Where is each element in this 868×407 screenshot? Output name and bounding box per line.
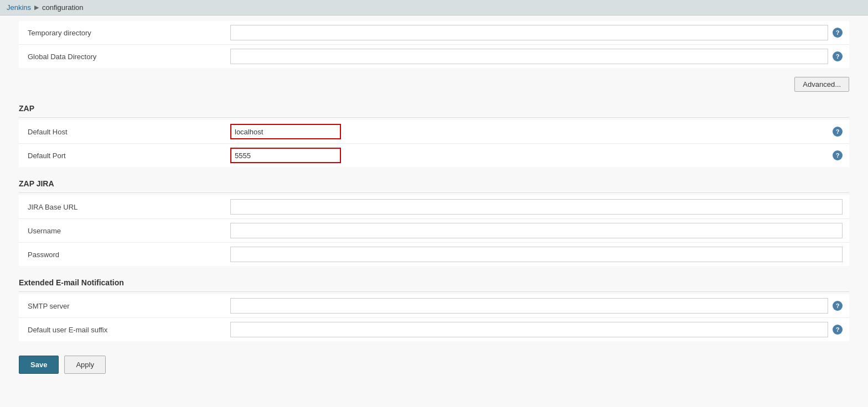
default-email-suffix-input-area: ?: [230, 322, 843, 337]
global-data-directory-help-icon[interactable]: ?: [833, 51, 843, 61]
username-input[interactable]: [230, 223, 843, 238]
zap-default-port-help-icon[interactable]: ?: [833, 150, 843, 160]
smtp-server-input[interactable]: [230, 298, 828, 314]
action-buttons: Save Apply: [19, 345, 849, 379]
password-input-area: [230, 247, 843, 262]
username-input-area: [230, 223, 843, 238]
configuration-label: configuration: [42, 3, 83, 12]
zap-default-host-input-area: ?: [230, 124, 843, 139]
zap-default-port-input[interactable]: [230, 148, 341, 163]
temporary-directory-input-area: ?: [230, 25, 843, 40]
zap-default-host-row: Default Host ?: [19, 120, 849, 144]
jira-base-url-row: JIRA Base URL: [19, 195, 849, 219]
global-data-directory-input[interactable]: [230, 49, 828, 64]
global-data-directory-input-area: ?: [230, 49, 843, 64]
zap-default-host-input[interactable]: [230, 124, 341, 139]
zap-jira-section-rows: JIRA Base URL Username Password: [19, 195, 849, 266]
save-button[interactable]: Save: [19, 356, 59, 374]
advanced-btn-row: Advanced...: [19, 71, 849, 95]
username-row: Username: [19, 219, 849, 243]
jira-base-url-input-area: [230, 199, 843, 215]
smtp-server-input-area: ?: [230, 298, 843, 314]
smtp-server-row: SMTP server ?: [19, 294, 849, 318]
zap-default-port-row: Default Port ?: [19, 144, 849, 167]
top-fields-group: Temporary directory ? Global Data Direct…: [19, 21, 849, 68]
temporary-directory-input[interactable]: [230, 25, 828, 40]
temporary-directory-help-icon[interactable]: ?: [833, 28, 843, 38]
zap-default-host-help-icon[interactable]: ?: [833, 127, 843, 137]
zap-default-port-label: Default Port: [25, 152, 230, 160]
password-input[interactable]: [230, 247, 843, 262]
topbar: Jenkins ▶ configuration: [0, 0, 868, 15]
default-email-suffix-help-icon[interactable]: ?: [833, 325, 843, 335]
default-email-suffix-label: Default user E-mail suffix: [25, 326, 230, 334]
password-label: Password: [25, 251, 230, 259]
username-label: Username: [25, 227, 230, 235]
breadcrumb-arrow: ▶: [34, 4, 39, 11]
temporary-directory-label: Temporary directory: [25, 29, 230, 37]
global-data-directory-label: Global Data Directory: [25, 53, 230, 61]
default-email-suffix-row: Default user E-mail suffix ?: [19, 318, 849, 341]
zap-section: ZAP Default Host ? Default Port ?: [19, 95, 849, 167]
password-row: Password: [19, 243, 849, 266]
zap-section-rows: Default Host ? Default Port ?: [19, 120, 849, 167]
extended-email-section-header: Extended E-mail Notification: [19, 269, 849, 292]
zap-section-header: ZAP: [19, 95, 849, 118]
extended-email-section-rows: SMTP server ? Default user E-mail suffix…: [19, 294, 849, 341]
jira-base-url-label: JIRA Base URL: [25, 203, 230, 211]
zap-default-host-label: Default Host: [25, 128, 230, 136]
extended-email-section: Extended E-mail Notification SMTP server…: [19, 269, 849, 341]
smtp-server-label: SMTP server: [25, 302, 230, 310]
apply-button[interactable]: Apply: [64, 356, 106, 374]
temporary-directory-row: Temporary directory ?: [19, 21, 849, 45]
jenkins-link[interactable]: Jenkins: [7, 3, 31, 12]
zap-jira-section-header: ZAP JIRA: [19, 170, 849, 193]
default-email-suffix-input[interactable]: [230, 322, 828, 337]
zap-default-port-input-area: ?: [230, 148, 843, 163]
form-container: Temporary directory ? Global Data Direct…: [8, 15, 860, 396]
zap-jira-section: ZAP JIRA JIRA Base URL Username Password: [19, 170, 849, 266]
smtp-server-help-icon[interactable]: ?: [833, 301, 843, 311]
main-content: Temporary directory ? Global Data Direct…: [0, 15, 868, 407]
jira-base-url-input[interactable]: [230, 199, 843, 215]
advanced-button[interactable]: Advanced...: [794, 77, 849, 92]
global-data-directory-row: Global Data Directory ?: [19, 45, 849, 68]
